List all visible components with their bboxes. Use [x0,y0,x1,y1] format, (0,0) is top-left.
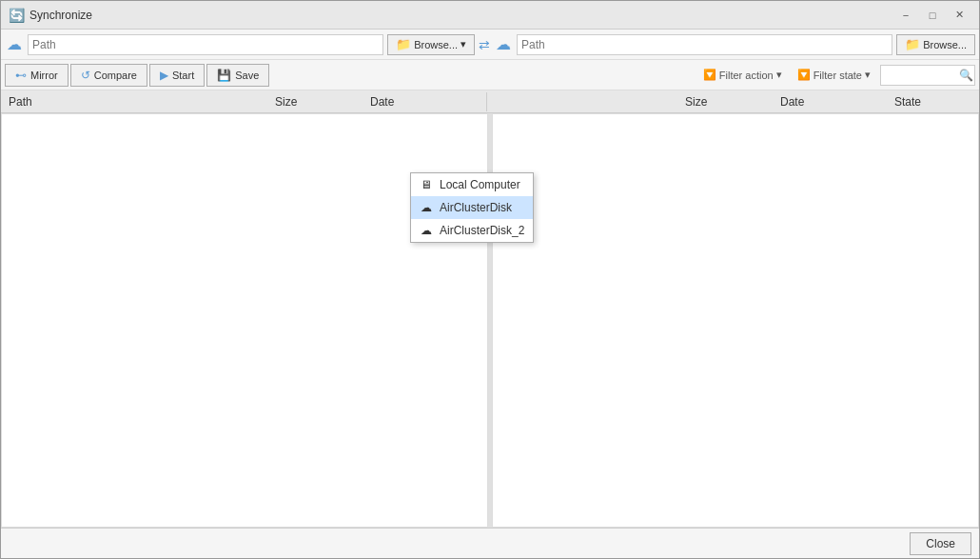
right-panel [492,113,979,528]
right-toolbar-area: 🔽 Filter action ▾ 🔽 Filter state ▾ 🔍 [697,65,975,86]
mirror-button[interactable]: ⊷ Mirror [5,64,69,87]
dropdown-item-airclusterdisk2[interactable]: ☁ AirClusterDisk_2 [411,219,533,242]
compare-icon: ↺ [81,69,90,82]
minimize-button[interactable]: − [893,6,918,25]
left-path-input[interactable] [28,34,383,55]
search-button[interactable]: 🔍 [959,69,973,82]
mirror-icon: ⊷ [15,69,27,82]
start-label: Start [172,70,194,81]
window-title: Synchronize [29,9,893,22]
filter-state-label: Filter state [813,70,862,81]
synchronize-window: 🔄 Synchronize − □ ✕ ☁ 📁 Browse... ▾ ⇄ ☁ … [0,0,980,559]
maximize-button[interactable]: □ [920,6,945,25]
mirror-label: Mirror [30,70,58,81]
table-header-row: Path Size Date Size Date State [1,90,979,113]
filter-action-label: Filter action [719,70,774,81]
path-bar: ☁ 📁 Browse... ▾ ⇄ ☁ 📁 Browse... [1,30,979,60]
left-date-header: Date [370,95,484,109]
browse-dropdown-menu: 🖥 Local Computer ☁ AirClusterDisk ☁ AirC… [410,172,534,243]
left-size-header: Size [275,95,370,109]
close-button[interactable]: Close [910,532,971,555]
close-window-button[interactable]: ✕ [947,6,971,25]
title-bar: 🔄 Synchronize − □ ✕ [1,1,979,30]
start-icon: ▶ [160,69,168,82]
left-browse-button[interactable]: 📁 Browse... ▾ [387,34,475,55]
left-path-section: ☁ 📁 Browse... ▾ ⇄ [5,34,490,55]
start-button[interactable]: ▶ Start [149,64,205,87]
compare-label: Compare [94,70,137,81]
save-icon: 💾 [217,69,231,82]
right-state-header: State [894,95,970,109]
filter-state-icon: 🔽 [797,69,811,81]
dropdown-arrow-icon: ▾ [461,38,466,50]
right-browse-label: Browse... [923,39,967,50]
airclusterdisk-label: AirClusterDisk [440,201,512,214]
toolbar: ⊷ Mirror ↺ Compare ▶ Start 💾 Save 🔽 Filt… [1,60,979,90]
right-path-input[interactable] [517,34,892,55]
save-label: Save [235,70,259,81]
filter-action-button[interactable]: 🔽 Filter action ▾ [697,65,788,86]
sync-arrows-icon[interactable]: ⇄ [479,37,490,52]
filter-state-arrow: ▾ [865,69,871,81]
filter-action-arrow: ▾ [776,69,782,81]
left-cloud-icon: ☁ [7,35,22,53]
airclusterdisk2-label: AirClusterDisk_2 [440,224,524,237]
right-cloud-icon: ☁ [496,35,511,53]
folder-icon: 📁 [396,37,411,51]
right-size-header: Size [685,95,780,109]
computer-icon: 🖥 [419,177,434,192]
dropdown-item-airclusterdisk[interactable]: ☁ AirClusterDisk [411,196,533,219]
right-header-cols: Size Date State [487,95,979,109]
filter-action-icon: 🔽 [703,69,716,81]
right-browse-button[interactable]: 📁 Browse... [896,34,975,55]
main-content: 🖥 Local Computer ☁ AirClusterDisk ☁ AirC… [1,113,979,528]
filter-state-button[interactable]: 🔽 Filter state ▾ [792,65,876,86]
left-browse-label: Browse... [414,39,458,50]
right-path-section: ☁ 📁 Browse... [490,34,975,55]
left-path-header: Path [9,95,275,109]
app-icon: 🔄 [9,8,24,23]
cloud-icon-2: ☁ [419,223,434,238]
save-button[interactable]: 💾 Save [206,64,269,87]
local-computer-label: Local Computer [440,178,520,191]
folder-icon-right: 📁 [905,37,920,51]
window-controls: − □ ✕ [893,6,971,25]
dropdown-item-local-computer[interactable]: 🖥 Local Computer [411,173,533,196]
compare-button[interactable]: ↺ Compare [70,64,147,87]
right-date-header: Date [780,95,894,109]
search-wrapper: 🔍 [880,65,975,86]
left-header-cols: Path Size Date [1,95,486,109]
bottom-bar: Close [1,528,979,558]
cloud-icon-1: ☁ [419,200,434,215]
